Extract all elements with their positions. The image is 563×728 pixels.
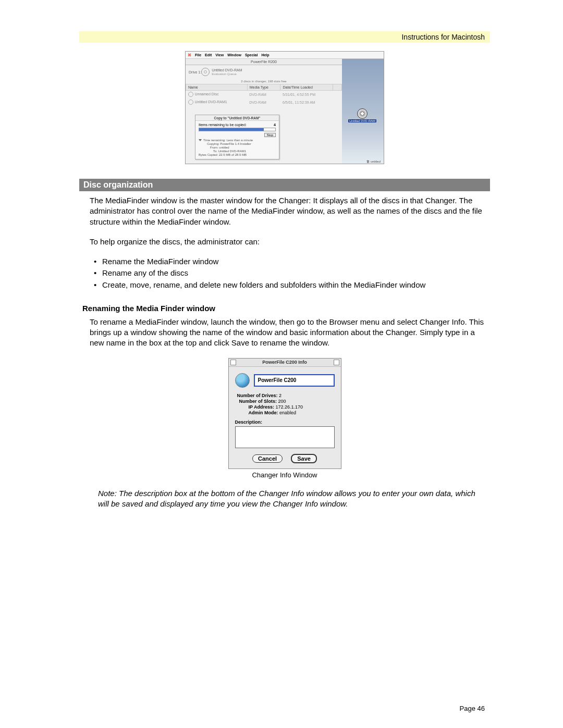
disc-icon (357, 108, 368, 119)
col-name: Name (186, 84, 248, 91)
drives-value: 2 (279, 393, 282, 398)
ip-value: 172.26.1.170 (276, 404, 303, 410)
bullet-list: Rename the MediaFinder window Rename any… (90, 256, 484, 290)
bytes-copied: Bytes Copied: 22.5 MB of 28.5 MB (199, 153, 276, 156)
trash-label: 🗑 untitled (366, 160, 381, 163)
disc-table: Name Media Type Date/Time Loaded Unnamed… (186, 84, 342, 106)
figure-caption: Changer Info Window (79, 471, 490, 479)
from-line: From: untitled (199, 146, 276, 149)
drive-sub: Evaluation Queue (212, 72, 237, 76)
drives-label: Number of Drives: (237, 393, 278, 398)
slots-value: 200 (278, 399, 286, 404)
time-remaining: Time remaining: Less than a minute (203, 139, 253, 142)
copying-line: Copying: PowerFile 1.4 Installer (199, 142, 276, 145)
col-scroll (333, 84, 342, 91)
menu-special: Special (245, 53, 258, 57)
close-box-icon[interactable] (230, 360, 236, 365)
list-item: Create, move, rename, and delete new fol… (102, 280, 484, 290)
table-row: Unnamed Disc DVD-RAM 5/31/01, 4:52:55 PM (186, 91, 342, 98)
col-media: Media Type (247, 84, 280, 91)
menu-file: File (195, 53, 201, 57)
slots-label: Number of Slots: (239, 399, 277, 404)
slot-status: 2 discs in changer, 198 slots free (186, 79, 342, 84)
items-remaining-label: Items remaining to be copied: (199, 123, 247, 127)
changer-info-titlebar: PowerFile C200 Info (229, 359, 341, 367)
body-paragraph: The MediaFinder window is the master win… (90, 195, 484, 227)
subsection-heading: Renaming the Media Finder window (82, 304, 490, 313)
description-textarea[interactable] (235, 426, 335, 448)
drive-row: Drive 1: Untitled DVD-RAM Evaluation Que… (186, 65, 342, 79)
stop-button[interactable]: Stop (264, 133, 276, 137)
note-paragraph: Note: The description box at the bottom … (98, 488, 486, 510)
admin-value: enabled (279, 410, 296, 415)
globe-icon (235, 373, 250, 388)
disc-icon (201, 68, 210, 76)
ip-label: IP Address: (249, 404, 275, 410)
drive-prefix: Drive 1: (189, 70, 201, 74)
progress-bar (199, 128, 276, 131)
description-label: Description: (235, 419, 335, 425)
copy-dialog-title: Copy to "Untitled DVD-RAM" (195, 115, 279, 121)
body-paragraph: To rename a MediaFinder window, launch t… (90, 317, 484, 349)
list-item: Rename the MediaFinder window (102, 256, 484, 267)
section-heading: Disc organization (79, 179, 490, 191)
drive-name: Untitled DVD-RAM (212, 68, 242, 72)
zoom-box-icon[interactable] (334, 360, 339, 365)
page-number: Page 46 (460, 705, 485, 712)
mac-menubar: ⌘ File Edit View Window Special Help (186, 52, 384, 59)
col-date: Date/Time Loaded (280, 84, 333, 91)
mediafinder-screenshot: ⌘ File Edit View Window Special Help Pow… (185, 51, 384, 164)
changer-info-window: PowerFile C200 Info PowerFile C200 Numbe… (228, 358, 341, 469)
disc-icon (188, 100, 193, 105)
cancel-button[interactable]: Cancel (252, 454, 283, 463)
save-button[interactable]: Save (291, 454, 317, 463)
changer-name-input[interactable]: PowerFile C200 (254, 374, 335, 387)
table-row: Untitled DVD-RAM1 DVD-RAM 6/5/01, 11:52:… (186, 98, 342, 106)
page-header-label: Instructions for Macintosh (401, 33, 485, 41)
to-line: To: Untitled DVD-RAM1 (199, 150, 276, 153)
page-header-bar: Instructions for Macintosh (79, 31, 490, 43)
admin-label: Admin Mode: (249, 410, 278, 415)
menu-view: View (215, 53, 224, 57)
desktop-icon-label: Untitled DVD-RAM (348, 119, 376, 122)
menu-window: Window (227, 53, 241, 57)
window-title: PowerFile R200 (186, 59, 342, 65)
apple-menu-icon: ⌘ (188, 53, 191, 57)
changer-info-title: PowerFile C200 Info (262, 360, 307, 365)
copy-progress-dialog: Copy to "Untitled DVD-RAM" Items remaini… (195, 115, 279, 159)
disc-icon (188, 92, 193, 97)
menu-edit: Edit (205, 53, 212, 57)
body-paragraph: To help organize the discs, the administ… (90, 237, 484, 247)
disclosure-triangle-icon (199, 139, 202, 141)
list-item: Rename any of the discs (102, 268, 484, 278)
menu-help: Help (261, 53, 269, 57)
desktop-disc-icon: Untitled DVD-RAM (348, 108, 376, 122)
items-remaining-value: 4 (274, 123, 276, 127)
